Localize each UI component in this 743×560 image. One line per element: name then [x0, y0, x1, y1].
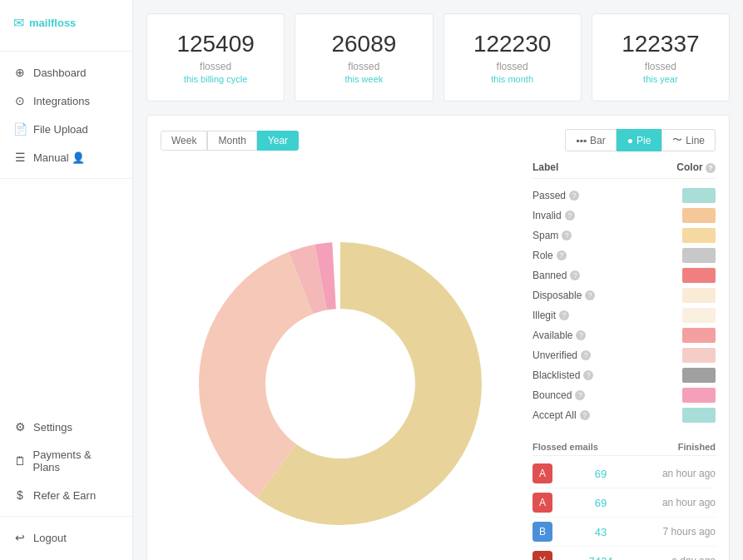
bar-chart-button[interactable]: ▪▪▪ Bar: [565, 129, 616, 151]
recent-row-icon: A: [532, 493, 552, 513]
legend-help-icon[interactable]: ?: [575, 390, 585, 400]
recent-row-count: 69: [552, 468, 649, 480]
legend-item: Unverified ?: [532, 345, 716, 365]
legend-help-icon[interactable]: ?: [557, 250, 567, 260]
settings-icon: ⚙: [13, 420, 27, 434]
sidebar-item-label: Integrations: [33, 95, 90, 107]
sidebar-item-label: Dashboard: [33, 67, 87, 79]
period-month-button[interactable]: Month: [207, 131, 256, 151]
chart-controls: Week Month Year ▪▪▪ Bar ● Pie 〜 Lin: [161, 129, 716, 151]
stat-number: 125409: [161, 31, 270, 57]
table-row: Y 7424 a day ago: [532, 547, 716, 560]
recent-table: Flossed emails Finished A 69 an hour ago…: [532, 439, 716, 560]
stat-period: this month: [458, 74, 567, 84]
sidebar-item-label: File Upload: [33, 123, 88, 136]
legend-item: Spam ?: [532, 225, 716, 245]
legend-help-icon[interactable]: ?: [583, 370, 593, 380]
legend-item-label: Spam ?: [532, 230, 572, 241]
stat-period: this billing cycle: [161, 74, 270, 84]
dashboard-icon: ⊕: [13, 66, 27, 79]
manual-icon: ☰: [13, 151, 27, 164]
legend-item-label: Illegit ?: [532, 310, 569, 321]
recent-row-time: a day ago: [649, 555, 716, 560]
recent-row-icon: B: [532, 522, 552, 542]
legend-item-color: [682, 328, 716, 343]
legend-item: Available ?: [532, 325, 716, 345]
recent-rows: A 69 an hour ago A 69 an hour ago B 43 7…: [532, 459, 716, 560]
recent-row-count: 69: [552, 497, 649, 509]
sidebar-bottom: ⚙ Settings 🗒 Payments & Plans $ Refer & …: [0, 413, 132, 552]
sidebar-item-label: Manual 👤: [33, 151, 85, 164]
line-label: Line: [686, 135, 705, 146]
legend-item-label: Invalid ?: [532, 210, 575, 221]
sidebar-item-label: Refer & Earn: [33, 489, 96, 502]
legend-item-color: [682, 248, 716, 263]
payments-icon: 🗒: [13, 454, 27, 468]
legend-item-label: Blacklisted ?: [532, 369, 593, 381]
legend-help-icon[interactable]: ?: [585, 290, 595, 300]
stat-number: 122337: [606, 31, 716, 57]
recent-table-header: Flossed emails Finished: [532, 439, 716, 456]
legend-item-label: Bounced ?: [532, 389, 585, 401]
legend-help-icon[interactable]: ?: [569, 191, 579, 201]
sidebar-item-refer[interactable]: $ Refer & Earn: [0, 481, 132, 509]
recent-row-time: an hour ago: [649, 497, 716, 508]
table-row: A 69 an hour ago: [532, 488, 716, 518]
sidebar-item-logout[interactable]: ↩ Logout: [0, 523, 132, 552]
legend-help-icon[interactable]: ?: [565, 211, 575, 221]
recent-row-icon: Y: [532, 551, 552, 560]
recent-row-count: 7424: [552, 555, 649, 561]
pie-label: Pie: [637, 135, 651, 146]
stat-label: flossed: [309, 61, 419, 72]
legend-header: Label Color ?: [532, 161, 716, 179]
legend-item-label: Passed ?: [532, 190, 579, 201]
line-chart-button[interactable]: 〜 Line: [661, 129, 716, 151]
legend-help-icon[interactable]: ?: [576, 330, 586, 340]
legend-help-icon[interactable]: ?: [562, 230, 572, 240]
color-help-icon[interactable]: ?: [706, 163, 716, 173]
stat-label: flossed: [161, 61, 270, 72]
legend-help-icon[interactable]: ?: [559, 310, 569, 320]
donut-svg: [191, 234, 490, 533]
logo-icon: ✉: [13, 15, 24, 31]
stat-label: flossed: [458, 61, 567, 72]
donut-center: [267, 310, 414, 457]
sidebar-item-settings[interactable]: ⚙ Settings: [0, 413, 132, 441]
legend-items: Passed ? Invalid ? Spam ? Role ? Banned …: [532, 186, 716, 425]
integrations-icon: ⊙: [13, 94, 27, 107]
recent-row-time: 7 hours ago: [649, 526, 716, 538]
legend-label-col: Label: [532, 161, 558, 173]
legend-help-icon[interactable]: ?: [580, 410, 590, 420]
sidebar-item-file-upload[interactable]: 📄 File Upload: [0, 115, 132, 143]
sidebar-item-integrations[interactable]: ⊙ Integrations: [0, 87, 132, 115]
sidebar: ✉ mailfloss ⊕ Dashboard ⊙ Integrations 📄…: [0, 0, 133, 560]
main-content: 125409 flossed this billing cycle 26089 …: [133, 0, 743, 560]
chart-body: Label Color ? Passed ? Invalid ? Spam ?: [161, 161, 716, 560]
sidebar-item-label: Payments & Plans: [33, 448, 119, 473]
period-week-button[interactable]: Week: [161, 131, 207, 151]
stat-card-week: 26089 flossed this week: [295, 13, 433, 102]
stats-row: 125409 flossed this billing cycle 26089 …: [146, 13, 730, 102]
legend-item: Illegit ?: [532, 305, 716, 325]
legend-help-icon[interactable]: ?: [570, 270, 580, 280]
legend-help-icon[interactable]: ?: [581, 350, 591, 360]
period-year-button[interactable]: Year: [257, 131, 299, 151]
pie-chart-button[interactable]: ● Pie: [617, 129, 662, 151]
stat-number: 26089: [309, 31, 419, 57]
sidebar-item-manual[interactable]: ☰ Manual 👤: [0, 143, 132, 171]
sidebar-divider-top: [0, 51, 132, 52]
stat-label: flossed: [606, 61, 716, 72]
recent-row-count: 43: [552, 526, 649, 538]
bar-icon: ▪▪▪: [576, 135, 587, 146]
donut-chart: [161, 161, 519, 560]
legend-item-label: Disposable ?: [532, 290, 595, 301]
legend-item-label: Accept All ?: [532, 409, 590, 421]
logout-icon: ↩: [13, 531, 27, 544]
legend-item: Bounced ?: [532, 385, 716, 405]
sidebar-divider-mid: [0, 178, 132, 179]
sidebar-item-label: Logout: [33, 532, 67, 544]
sidebar-item-dashboard[interactable]: ⊕ Dashboard: [0, 58, 132, 87]
stat-card-billing: 125409 flossed this billing cycle: [146, 13, 285, 102]
sidebar-item-payments[interactable]: 🗒 Payments & Plans: [0, 441, 132, 481]
legend-item: Blacklisted ?: [532, 365, 716, 385]
